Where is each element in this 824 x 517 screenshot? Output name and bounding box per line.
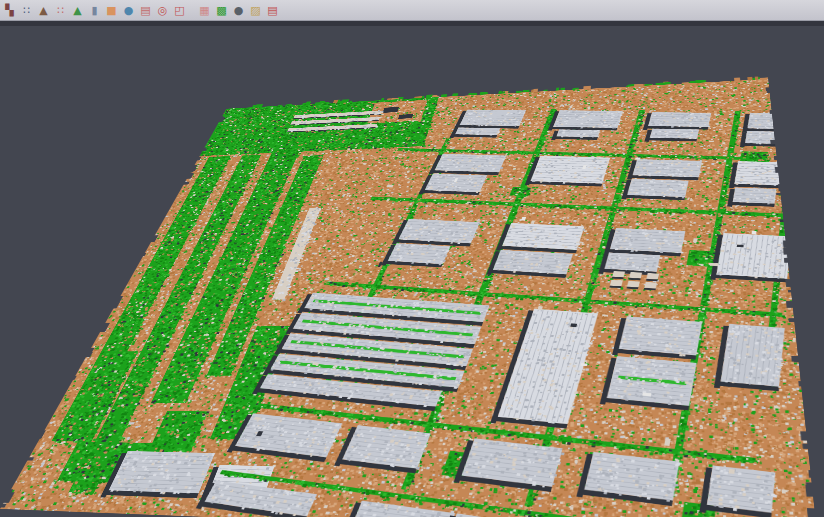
image-icon[interactable]: ▩ (214, 3, 229, 18)
ortho-view-icon[interactable]: ■ (104, 3, 119, 18)
globe-icon[interactable]: ● (121, 3, 136, 18)
open-icon[interactable]: ▚ (2, 3, 17, 18)
point-cloud-icon[interactable]: ∷ (53, 3, 68, 18)
sphere-icon[interactable]: ● (231, 3, 246, 18)
main-toolbar: ▚∷▲∷▲▮■●▤◎◰▦▩●▨▤ (0, 0, 824, 21)
point-cloud-render[interactable] (0, 76, 818, 517)
annotation-icon[interactable]: ▨ (248, 3, 263, 18)
application-window: ▚∷▲∷▲▮■●▤◎◰▦▩●▨▤ (0, 0, 824, 517)
mesh-icon[interactable]: ▲ (36, 3, 51, 18)
raster-icon[interactable]: ▦ (197, 3, 212, 18)
flag-icon[interactable]: ▤ (265, 3, 280, 18)
point-pick-icon[interactable]: ∷ (19, 3, 34, 18)
target-icon[interactable]: ◎ (155, 3, 170, 18)
dropper-icon[interactable]: ▮ (87, 3, 102, 18)
histogram-icon[interactable]: ▤ (138, 3, 153, 18)
terrain-icon[interactable]: ▲ (70, 3, 85, 18)
3d-viewport[interactable] (0, 21, 824, 517)
crop-icon[interactable]: ◰ (172, 3, 187, 18)
